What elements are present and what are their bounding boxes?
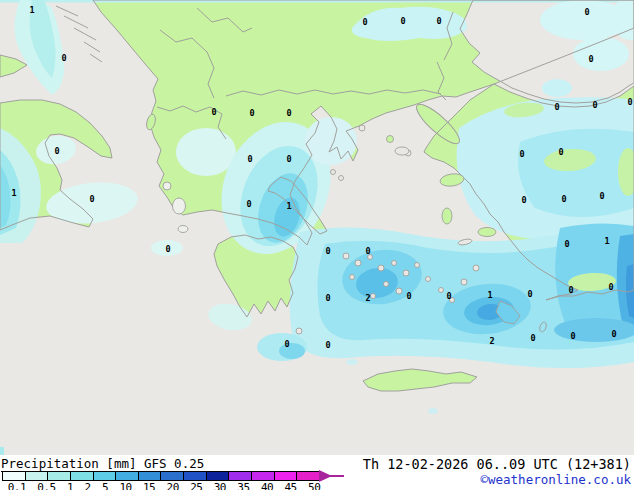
grid-value: 0 <box>61 53 66 63</box>
map-title-model <box>136 456 144 471</box>
grid-value: 1 <box>604 236 609 246</box>
scale-label: 30 <box>208 481 232 490</box>
scale-cell <box>3 472 26 480</box>
scale-label: 50 <box>302 481 326 490</box>
grid-value: 0 <box>568 285 573 295</box>
grid-value: 0 <box>588 54 593 64</box>
grid-value: 0 <box>446 291 451 301</box>
grid-value: 0 <box>530 333 535 343</box>
grid-value: 0 <box>211 107 216 117</box>
scale-cell <box>26 472 49 480</box>
grid-value: 2 <box>365 293 370 303</box>
grid-value: 2 <box>489 336 494 346</box>
caption-bar: Precipitation [mm] GFS 0.25 0.10.5125101… <box>0 455 634 490</box>
grid-value: 0 <box>599 191 604 201</box>
precip-scale-labels: 0.10.5125101520253035404550 <box>2 481 326 490</box>
scale-cell <box>229 472 252 480</box>
weather-map: 1000000000000000001001000000010200100000… <box>0 0 634 455</box>
scale-cell <box>184 472 207 480</box>
scale-cell <box>161 472 184 480</box>
scale-label: 10 <box>114 481 138 490</box>
scale-label: 1 <box>61 481 78 490</box>
scale-cell <box>48 472 71 480</box>
copyright-link[interactable]: ©weatheronline.co.uk <box>480 472 631 487</box>
scale-cell <box>275 472 298 480</box>
forecast-datetime: Th 12-02-2026 06..09 UTC (12+381) <box>363 456 631 472</box>
scale-cell <box>94 472 117 480</box>
weather-map-screenshot: 1000000000000000001001000000010200100000… <box>0 0 634 490</box>
scale-label: 2 <box>79 481 96 490</box>
grid-value: 0 <box>325 246 330 256</box>
scale-label: 20 <box>161 481 185 490</box>
scale-label: 45 <box>279 481 303 490</box>
scale-cell <box>116 472 139 480</box>
scale-label: 35 <box>232 481 256 490</box>
grid-value: 0 <box>527 289 532 299</box>
scale-label: 15 <box>137 481 161 490</box>
grid-value: 0 <box>325 293 330 303</box>
precip-color-scale <box>2 471 320 481</box>
map-title: Precipitation [mm] GFS 0.25 <box>1 456 204 471</box>
grid-value: 0 <box>592 100 597 110</box>
grid-value: 0 <box>608 282 613 292</box>
grid-value: 0 <box>406 291 411 301</box>
map-title-parameter: Precipitation [mm] <box>1 456 136 472</box>
grid-value: 1 <box>487 290 492 300</box>
grid-value: 0 <box>436 16 441 26</box>
scale-label: 0.5 <box>32 481 62 490</box>
grid-value: 1 <box>11 188 16 198</box>
grid-value: 0 <box>519 149 524 159</box>
grid-value: 0 <box>325 340 330 350</box>
grid-value: 0 <box>564 239 569 249</box>
grid-value: 0 <box>554 102 559 112</box>
grid-value: 0 <box>284 339 289 349</box>
grid-value: 0 <box>246 199 251 209</box>
grid-value: 0 <box>558 147 563 157</box>
grid-value: 0 <box>54 146 59 156</box>
grid-value: 0 <box>89 194 94 204</box>
grid-value: 1 <box>29 5 34 15</box>
grid-value: 0 <box>400 16 405 26</box>
grid-value: 0 <box>249 108 254 118</box>
grid-value: 0 <box>165 244 170 254</box>
scale-label: 25 <box>185 481 209 490</box>
grid-value: 0 <box>611 329 616 339</box>
grid-value: 0 <box>627 97 632 107</box>
grid-value: 0 <box>365 246 370 256</box>
scale-cell <box>252 472 275 480</box>
grid-value: 0 <box>286 154 291 164</box>
scale-label: 5 <box>96 481 113 490</box>
scale-cell <box>207 472 230 480</box>
grid-value: 0 <box>286 108 291 118</box>
grid-value: 0 <box>561 194 566 204</box>
scale-label: 40 <box>255 481 279 490</box>
scale-cell <box>297 472 319 480</box>
grid-value: 0 <box>570 331 575 341</box>
model-label: GFS 0.25 <box>144 456 204 471</box>
grid-value: 1 <box>286 201 291 211</box>
scale-label: 0.1 <box>2 481 32 490</box>
grid-value: 0 <box>362 17 367 27</box>
grid-value: 0 <box>584 7 589 17</box>
grid-value: 0 <box>247 154 252 164</box>
grid-value: 0 <box>521 195 526 205</box>
scale-cell <box>139 472 162 480</box>
scale-cell <box>71 472 94 480</box>
